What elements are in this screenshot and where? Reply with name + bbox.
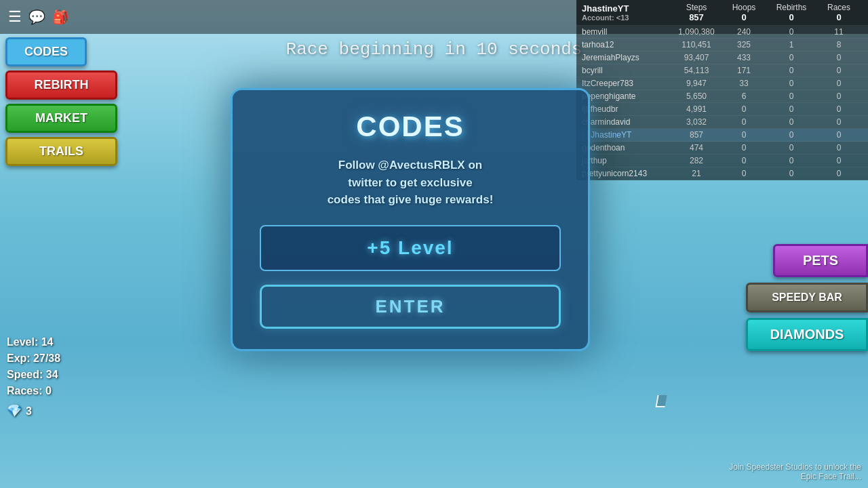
player-races: 0 (815, 53, 863, 62)
left-panel: CODES REBIRTH MARKET TRAILS (5, 37, 117, 166)
player-hoops: 240 (720, 27, 768, 37)
codes-reward-display[interactable]: +5 Level (260, 225, 561, 271)
player-races: 0 (815, 156, 863, 165)
player-hoops: 171 (720, 66, 768, 75)
player-rebirths: 0 (768, 79, 815, 88)
player-steps: 474 (673, 143, 720, 152)
chat-icon[interactable]: 💬 (28, 9, 45, 25)
player-name: JeremiahPlayzs (582, 53, 673, 62)
player-name: [·] JhastineYT (582, 130, 673, 140)
player-name: fjhfheudbr (582, 104, 673, 114)
rebirth-button[interactable]: REBIRTH (5, 70, 117, 100)
right-panel: PETS SPEEDY BAR DIAMONDS (746, 244, 868, 351)
player-name: jarthup (582, 156, 673, 165)
player-steps: 1,090,380 (673, 27, 720, 37)
leaderboard-username: JhastineYT (582, 3, 673, 14)
player-steps: 93,407 (673, 53, 720, 62)
market-button[interactable]: MARKET (5, 104, 117, 133)
player-races: 0 (815, 104, 863, 114)
player-name: bcyrill (582, 66, 673, 75)
table-row: [·] JhastineYT 857 0 0 0 (576, 129, 868, 142)
diamond-count: 3 (26, 403, 32, 420)
player-hoops: 0 (720, 169, 768, 178)
diamond-icon: 💎 (7, 402, 22, 420)
player-stats: Level: 14 Exp: 27/38 Speed: 34 Races: 0 … (7, 334, 60, 420)
player-rebirths: 0 (768, 104, 815, 114)
player-steps: 110,451 (673, 40, 720, 49)
bag-icon[interactable]: 🎒 (52, 9, 69, 25)
table-row: fjhfheudbr 4,991 0 0 0 (576, 103, 868, 116)
player-name: ItzCreeper783 (582, 79, 673, 88)
diamond-row: 💎 3 (7, 402, 60, 420)
stat-speed: Speed: 34 (7, 367, 60, 383)
table-row: bemvill 1,090,380 240 0 11 (576, 26, 868, 39)
player-rebirths: 0 (768, 66, 815, 75)
pets-button[interactable]: PETS (773, 244, 868, 277)
speedy-bar-button[interactable]: SPEEDY BAR (746, 283, 868, 312)
player-hoops: 0 (720, 104, 768, 114)
codes-modal-title: CODES (260, 110, 561, 143)
player-rebirths: 0 (768, 156, 815, 165)
player-hoops: 0 (720, 143, 768, 152)
stat-races: Races: 0 (7, 383, 60, 399)
player-hoops: 0 (720, 156, 768, 165)
player-steps: 282 (673, 156, 720, 165)
player-steps: 21 (673, 169, 720, 178)
player-races: 0 (815, 66, 863, 75)
player-races: 0 (815, 79, 863, 88)
table-row: tarhoa12 110,451 325 1 8 (576, 39, 868, 52)
player-races: 0 (815, 117, 863, 127)
player-races: 0 (815, 130, 863, 140)
table-row: bcyrill 54,113 171 0 0 (576, 64, 868, 77)
diamonds-button[interactable]: DIAMONDS (746, 318, 868, 351)
player-races: 0 (815, 92, 863, 101)
player-hoops: 0 (720, 130, 768, 140)
codes-button[interactable]: CODES (5, 37, 87, 66)
codes-enter-button[interactable]: ENTER (260, 285, 561, 329)
leaderboard-col-steps: Steps 857 (673, 3, 720, 22)
race-timer: Race beginning in 10 seconds (286, 39, 583, 60)
player-rebirths: 0 (768, 169, 815, 178)
leaderboard: JhastineYT Account: <13 Steps 857 Hoops … (576, 0, 868, 180)
player-rebirths: 0 (768, 130, 815, 140)
table-row: charmindavid 3,032 0 0 0 (576, 116, 868, 129)
leaderboard-header: JhastineYT Account: <13 Steps 857 Hoops … (576, 0, 868, 26)
leaderboard-col-rebirths: Rebirths 0 (768, 3, 815, 22)
player-name: charmindavid (582, 117, 673, 127)
player-rebirths: 0 (768, 92, 815, 101)
player-hoops: 433 (720, 53, 768, 62)
trails-button[interactable]: TRAILS (5, 137, 117, 166)
player-hoops: 6 (720, 92, 768, 101)
leaderboard-col-hoops: Hoops 0 (720, 3, 768, 22)
player-races: 11 (815, 27, 863, 37)
player-hoops: 325 (720, 40, 768, 49)
player-rebirths: 0 (768, 143, 815, 152)
leaderboard-account: Account: <13 (582, 14, 673, 22)
table-row: JeremiahPlayzs 93,407 433 0 0 (576, 52, 868, 64)
hamburger-icon[interactable]: ☰ (8, 9, 22, 24)
player-name: bemvill (582, 27, 673, 37)
player-rebirths: 1 (768, 40, 815, 49)
table-row: godenthoan 474 0 0 0 (576, 142, 868, 155)
bottom-right-promo: Join Speedster Studios to unlock the Epi… (729, 462, 861, 481)
player-rebirths: 0 (768, 53, 815, 62)
table-row: pepenghigante 5,650 6 0 0 (576, 90, 868, 103)
player-rebirths: 0 (768, 117, 815, 127)
player-steps: 54,113 (673, 66, 720, 75)
player-races: 0 (815, 143, 863, 152)
leaderboard-rows: bemvill 1,090,380 240 0 11 tarhoa12 110,… (576, 26, 868, 180)
table-row: prettyunicorn2143 21 0 0 0 (576, 167, 868, 180)
player-races: 0 (815, 169, 863, 178)
table-row: jarthup 282 0 0 0 (576, 155, 868, 167)
player-steps: 857 (673, 130, 720, 140)
player-name: godenthoan (582, 143, 673, 152)
table-row: ItzCreeper783 9,947 33 0 0 (576, 77, 868, 90)
player-hoops: 33 (720, 79, 768, 88)
player-rebirths: 0 (768, 27, 815, 37)
codes-modal-description: Follow @AvectusRBLX on twitter to get ex… (260, 157, 561, 209)
stat-exp: Exp: 27/38 (7, 350, 60, 367)
player-name: prettyunicorn2143 (582, 169, 673, 178)
codes-modal: CODES Follow @AvectusRBLX on twitter to … (231, 88, 590, 351)
player-name: tarhoa12 (582, 40, 673, 49)
player-hoops: 0 (720, 117, 768, 127)
